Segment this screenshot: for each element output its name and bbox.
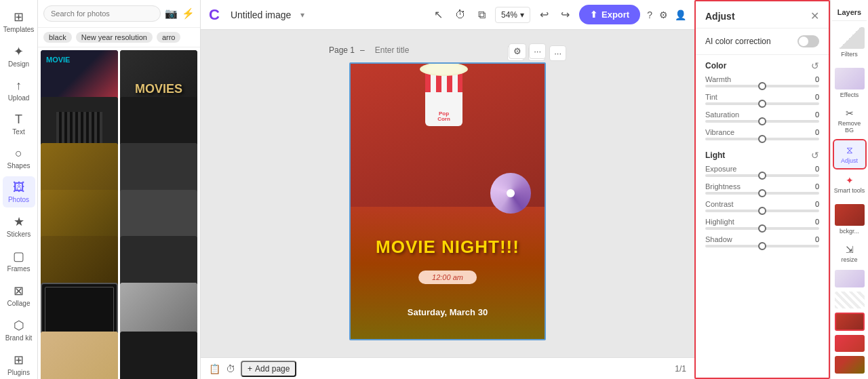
tool-adjust[interactable]: ⧖ Adjust: [833, 139, 867, 169]
layer-thumb-2[interactable]: [835, 292, 865, 309]
sidebar-item-photos[interactable]: 🖼 Photos: [3, 176, 35, 207]
exposure-thumb[interactable]: [758, 172, 766, 180]
zoom-display[interactable]: 54% ▾: [495, 7, 530, 23]
shadow-slider[interactable]: [705, 245, 819, 247]
warmth-thumb[interactable]: [758, 82, 766, 90]
filter-icon[interactable]: ⚡: [182, 7, 195, 20]
tags-row: black New year resolution arro: [38, 28, 200, 47]
sidebar-item-text[interactable]: T Text: [3, 108, 35, 140]
highlight-label-text: Highlight: [705, 218, 734, 226]
search-input[interactable]: [43, 5, 161, 22]
color-reset-icon[interactable]: ↺: [811, 60, 819, 71]
canvas-more-btn[interactable]: ···: [529, 43, 546, 59]
tag-arro[interactable]: arro: [157, 32, 181, 43]
sidebar-item-label: Templates: [3, 26, 35, 33]
tag-black[interactable]: black: [43, 32, 72, 43]
exposure-value: 0: [815, 165, 819, 173]
sidebar-item-shapes[interactable]: ○ Shapes: [3, 142, 35, 174]
brand-icon: ⬡: [14, 318, 24, 333]
contrast-slider[interactable]: [705, 210, 819, 212]
brightness-slider[interactable]: [705, 192, 819, 195]
highlight-value: 0: [815, 218, 819, 226]
undo-icon[interactable]: ↩: [537, 5, 551, 24]
zoom-value: 54%: [501, 10, 517, 20]
cursor-icon[interactable]: ↖: [431, 5, 446, 24]
present-icon[interactable]: ⧉: [475, 6, 488, 24]
bottom-bar: 📋 ⏱ + Add page 1/1: [201, 357, 694, 379]
brightness-thumb[interactable]: [758, 189, 766, 197]
tool-smart[interactable]: ✦ Smart tools: [833, 171, 867, 198]
export-icon: ⬆: [590, 9, 597, 20]
tool-filters[interactable]: Filters: [833, 22, 867, 62]
sidebar-item-upload[interactable]: ↑ Upload: [3, 75, 35, 106]
vibrance-label-text: Vibrance: [705, 128, 734, 136]
sidebar-item-brand[interactable]: ⬡ Brand kit: [3, 314, 35, 346]
contrast-thumb[interactable]: [758, 207, 766, 215]
highlight-thumb[interactable]: [758, 224, 766, 233]
bottom-icons: 📋 ⏱: [209, 363, 235, 374]
canvas-settings-btn[interactable]: ⚙: [509, 43, 526, 59]
sidebar-item-frames[interactable]: ▢ Frames: [3, 245, 35, 277]
layer-thumb-1[interactable]: [835, 270, 865, 287]
canvas-frame[interactable]: PopCorn MOVIE NIGHT!!! 12:00 am: [349, 62, 546, 340]
sidebar-item-collage[interactable]: ⊠ Collage: [3, 279, 35, 311]
sidebar-item-label: Frames: [7, 265, 31, 273]
layer-thumb-5[interactable]: [835, 356, 865, 374]
timer-icon[interactable]: ⏱: [452, 6, 469, 24]
tool-bg-remover[interactable]: bckgr...: [833, 199, 867, 239]
sidebar-item-label: Plugins: [7, 369, 30, 376]
more-btn[interactable]: ···: [549, 45, 566, 61]
exposure-slider[interactable]: [705, 174, 819, 177]
tint-slider[interactable]: [705, 102, 819, 105]
collage-icon: ⊠: [14, 283, 24, 298]
smart-tools-icon: ✦: [846, 175, 854, 186]
sidebar-item-plugins[interactable]: ⊞ Plugins: [3, 348, 35, 379]
layer-thumb-3[interactable]: [835, 313, 865, 330]
photo-thumb[interactable]: [120, 332, 197, 379]
timer-bottom-icon[interactable]: ⏱: [226, 363, 235, 374]
layer-thumb-4[interactable]: [835, 335, 865, 353]
camera-icon[interactable]: 📷: [165, 7, 178, 20]
templates-icon: ⊞: [14, 9, 24, 24]
close-icon[interactable]: ✕: [810, 9, 819, 22]
sidebar-item-label: Photos: [8, 196, 29, 203]
warmth-value: 0: [815, 75, 819, 83]
add-page-button[interactable]: + Add page: [241, 361, 296, 377]
tool-effects[interactable]: Effects: [833, 63, 867, 102]
main-area: C Untitled image ▾ ↖ ⏱ ⧉ 54% ▾ ↩ ↪ ⬆ Exp…: [201, 0, 694, 379]
photo-thumb[interactable]: [41, 332, 118, 379]
tag-newyear[interactable]: New year resolution: [76, 32, 153, 43]
top-bar-right: ↖ ⏱ ⧉ 54% ▾ ↩ ↪ ⬆ Export ? ⚙ 👤: [431, 5, 686, 24]
canvas-workspace: Page 1 – ⊞ ⊟ ··· ⚙ ···: [201, 30, 694, 357]
tool-resize[interactable]: ⇲ resize: [833, 240, 867, 267]
poster-title: MOVIE NIGHT!!!: [351, 237, 545, 257]
saturation-thumb[interactable]: [758, 117, 766, 125]
ai-correction-toggle[interactable]: [797, 35, 819, 47]
contrast-label-text: Contrast: [705, 200, 734, 208]
sidebar-item-design[interactable]: ✦ Design: [3, 40, 35, 72]
layers-header: Layers: [832, 4, 867, 21]
export-button[interactable]: ⬆ Export: [579, 5, 640, 24]
warmth-slider[interactable]: [705, 85, 819, 87]
vibrance-slider[interactable]: [705, 138, 819, 140]
highlight-slider[interactable]: [705, 227, 819, 230]
bg-remover-label: bckgr...: [840, 228, 859, 235]
notes-icon[interactable]: 📋: [209, 363, 220, 374]
tint-thumb[interactable]: [758, 100, 766, 108]
shadow-thumb[interactable]: [758, 242, 766, 250]
sidebar-item-templates[interactable]: ⊞ Templates: [3, 5, 35, 37]
doc-title[interactable]: Untitled image: [231, 9, 292, 20]
sidebar-item-label: Brand kit: [5, 334, 32, 342]
redo-icon[interactable]: ↪: [558, 5, 572, 24]
sidebar-item-label: Collage: [7, 300, 31, 307]
vibrance-thumb[interactable]: [758, 135, 766, 143]
settings-icon[interactable]: ⚙: [659, 9, 668, 20]
light-reset-icon[interactable]: ↺: [811, 150, 819, 161]
tool-remove-bg[interactable]: ✂ Remove BG: [833, 104, 867, 138]
help-icon[interactable]: ?: [647, 9, 652, 20]
saturation-slider[interactable]: [705, 120, 819, 123]
avatar[interactable]: 👤: [675, 9, 686, 20]
highlight-slider-row: Highlight 0: [696, 216, 829, 234]
sidebar-item-stickers[interactable]: ★ Stickers: [3, 210, 35, 242]
page-title-input[interactable]: [370, 43, 481, 57]
